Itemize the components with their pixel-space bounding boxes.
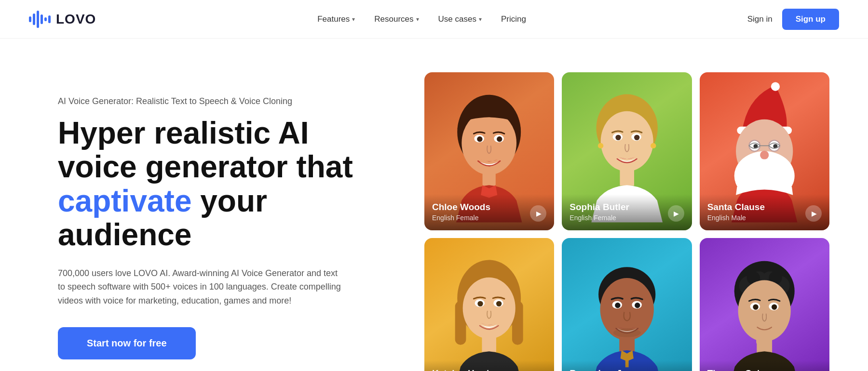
play-icon-sophia: ▶ xyxy=(674,210,679,217)
voice-meta-santa: English Male xyxy=(707,214,822,222)
nav-features[interactable]: Features ▾ xyxy=(317,14,355,24)
nav-use-cases[interactable]: Use cases ▾ xyxy=(438,14,482,24)
sign-in-link[interactable]: Sign in xyxy=(747,14,773,24)
voice-cards-grid: Chloe Woods English Female ▶ xyxy=(424,67,829,371)
voice-card-info-katelyn: Katelyn Harrison English Female xyxy=(424,360,554,371)
lovo-waveform-icon xyxy=(29,11,51,28)
hero-description: 700,000 users love LOVO AI. Award-winnin… xyxy=(58,266,347,308)
voice-card-chloe[interactable]: Chloe Woods English Female ▶ xyxy=(424,72,554,230)
play-icon-santa: ▶ xyxy=(812,210,817,217)
svg-point-20 xyxy=(651,143,656,148)
thomas-face xyxy=(700,238,829,371)
svg-rect-0 xyxy=(29,16,31,22)
voice-card-thomas[interactable]: Thomas Coleman English Male ▶ xyxy=(700,238,829,371)
hero-title-part1: Hyper realistic AI voice generator that xyxy=(58,116,353,184)
voice-meta-sophia: English Female xyxy=(570,214,684,222)
katelyn-face xyxy=(424,238,554,371)
katelyn-face-svg xyxy=(431,246,547,371)
sign-up-button[interactable]: Sign up xyxy=(782,9,839,30)
voice-name-thomas: Thomas Coleman xyxy=(707,368,822,371)
svg-point-32 xyxy=(755,159,774,168)
svg-point-48 xyxy=(613,328,641,337)
hero-left: AI Voice Generator: Realistic Text to Sp… xyxy=(58,67,395,359)
voice-name-sophia: Sophia Butler xyxy=(570,202,684,212)
svg-point-39 xyxy=(478,301,483,306)
thomas-face-svg xyxy=(706,246,823,371)
features-chevron-icon: ▾ xyxy=(352,16,355,23)
voice-meta-chloe: English Female xyxy=(432,214,546,222)
voice-card-info-thomas: Thomas Coleman English Male xyxy=(700,360,829,371)
svg-point-40 xyxy=(496,301,502,306)
nav-pricing[interactable]: Pricing xyxy=(501,14,526,24)
cta-start-button[interactable]: Start now for free xyxy=(58,327,196,359)
svg-point-11 xyxy=(497,137,502,142)
svg-point-10 xyxy=(477,137,483,142)
voice-card-sophia[interactable]: Sophia Butler English Female ▶ xyxy=(562,72,692,230)
bryan-face-svg xyxy=(569,246,685,371)
hero-subtitle: AI Voice Generator: Realistic Text to Sp… xyxy=(58,96,395,106)
hero-title: Hyper realistic AI voice generator that … xyxy=(58,116,395,252)
svg-rect-3 xyxy=(41,14,43,24)
hero-section: AI Voice Generator: Realistic Text to Sp… xyxy=(0,39,868,371)
voice-card-santa[interactable]: Santa Clause English Male ▶ xyxy=(700,72,829,230)
svg-point-17 xyxy=(615,135,621,140)
svg-rect-5 xyxy=(48,15,51,23)
svg-rect-2 xyxy=(37,11,39,28)
logo-icon xyxy=(29,11,51,28)
svg-point-19 xyxy=(598,143,603,148)
bryan-face xyxy=(562,238,692,371)
hero-title-highlight: captivate xyxy=(58,184,191,218)
voice-name-bryan: Bryan Lee Jr. xyxy=(570,368,684,371)
play-button-sophia[interactable]: ▶ xyxy=(668,205,684,222)
voice-card-info-bryan: Bryan Lee Jr. English Male xyxy=(562,360,692,371)
voice-name-santa: Santa Clause xyxy=(707,202,822,212)
voice-name-katelyn: Katelyn Harrison xyxy=(432,368,546,371)
nav-right: Sign in Sign up xyxy=(747,9,839,30)
navigation: LOVO Features ▾ Resources ▾ Use cases ▾ … xyxy=(0,0,868,39)
svg-point-23 xyxy=(771,82,780,91)
nav-resources[interactable]: Resources ▾ xyxy=(374,14,419,24)
voice-card-bryan[interactable]: Bryan Lee Jr. English Male ▶ xyxy=(562,238,692,371)
svg-rect-41 xyxy=(482,336,497,352)
nav-center: Features ▾ Resources ▾ Use cases ▾ Prici… xyxy=(317,14,526,24)
svg-rect-1 xyxy=(33,13,35,25)
resources-chevron-icon: ▾ xyxy=(416,16,419,23)
svg-rect-21 xyxy=(620,170,634,186)
svg-point-61 xyxy=(753,304,758,309)
svg-point-18 xyxy=(634,135,639,140)
use-cases-chevron-icon: ▾ xyxy=(479,16,482,23)
svg-rect-64 xyxy=(757,339,772,353)
logo-text: LOVO xyxy=(56,12,96,27)
svg-point-62 xyxy=(772,304,777,309)
play-icon-chloe: ▶ xyxy=(536,210,542,217)
svg-point-31 xyxy=(760,151,769,159)
svg-rect-4 xyxy=(44,17,47,21)
svg-point-46 xyxy=(615,303,620,308)
logo[interactable]: LOVO xyxy=(29,11,96,28)
voice-card-katelyn[interactable]: Katelyn Harrison English Female ▶ xyxy=(424,238,554,371)
voice-name-chloe: Chloe Woods xyxy=(432,202,546,212)
svg-point-47 xyxy=(635,303,640,308)
